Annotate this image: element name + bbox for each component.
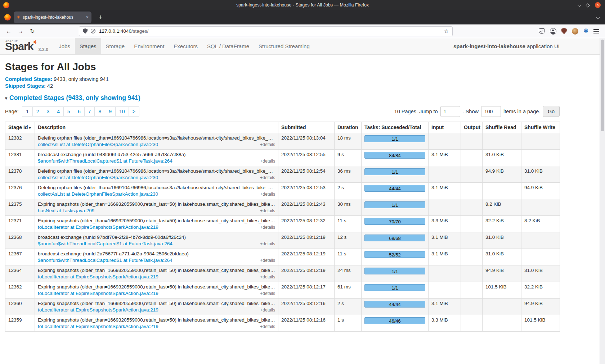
stage-callsite-link[interactable]: toLocalIterator at ExpireSnapshotsSparkA… [38,274,158,279]
page-number-button[interactable]: 8 [94,106,105,117]
spark-nav-item-label: Stages [80,43,97,49]
column-header[interactable]: Description [35,122,278,133]
details-toggle[interactable]: +details [260,291,275,296]
stage-description: broadcast exchange (runId 048fd06f-d753-… [38,152,275,157]
extension-asterisk-button[interactable]: ✱ [583,28,588,35]
stage-callsite-link[interactable]: toLocalIterator at ExpireSnapshotsSparkA… [38,307,158,313]
duration-cell: 30 ms [335,199,362,216]
column-header[interactable]: Duration [335,122,362,133]
back-button[interactable]: ← [4,26,14,36]
column-header[interactable]: Shuffle Read [483,122,521,133]
completed-stages-section-toggle[interactable]: ▾ Completed Stages (9433, only showing 9… [5,94,560,102]
stage-callsite-link[interactable]: $anonfun$withThreadLocalCaptured$1 at Fu… [38,258,172,263]
completed-stages-summary: Completed Stages:9433, only showing 941 [5,76,560,82]
stage-callsite-link[interactable]: toLocalIterator at ExpireSnapshotsSparkA… [38,291,158,296]
browser-tab[interactable]: ✶ spark-ingest-into-lakehous × [14,12,91,23]
site-permissions-icon[interactable] [91,29,95,33]
details-toggle[interactable]: +details [260,175,275,180]
list-all-tabs-button[interactable] [597,14,599,21]
page-number-button[interactable]: 5 [63,106,74,117]
details-toggle[interactable]: +details [260,274,275,279]
spark-nav-item[interactable]: Storage [101,38,130,54]
page-number-button[interactable]: 3 [43,106,54,117]
extension-avatar-button[interactable] [572,28,578,35]
column-header[interactable]: Shuffle Write [521,122,560,133]
skipped-stages-link[interactable]: Skipped Stages: [5,83,46,89]
details-toggle[interactable]: +details [260,159,275,164]
details-toggle[interactable]: +details [260,258,275,263]
column-header-label: Shuffle Write [524,124,555,130]
details-toggle[interactable]: +details [260,192,275,197]
completed-stages-link[interactable]: Completed Stages: [5,76,52,82]
description-cell: Expiring snapshots (older_than=166932055… [35,282,278,299]
column-header[interactable]: Submitted [278,122,335,133]
tab-close-button[interactable]: × [86,15,89,20]
firefox-view-button[interactable] [4,14,11,21]
stage-callsite-link[interactable]: toLocalIterator at ExpireSnapshotsSparkA… [38,224,158,230]
shuffle-write-cell: 31.0 KiB [521,166,560,183]
stage-callsite-link[interactable]: $anonfun$withThreadLocalCaptured$1 at Fu… [38,158,172,164]
account-button[interactable] [550,28,556,35]
details-toggle[interactable]: +details [260,241,275,246]
description-cell: broadcast exchange (runId 048fd06f-d753-… [35,150,278,166]
jump-to-page-input[interactable] [440,106,460,117]
spark-nav-item[interactable]: Environment [129,38,169,54]
go-button[interactable]: Go [543,106,560,117]
window-shade-button[interactable] [578,2,581,8]
spark-nav-item[interactable]: Jobs [54,38,75,54]
page-number-button[interactable]: 9 [105,106,116,117]
menu-button[interactable] [593,29,599,33]
items-per-page-input[interactable] [481,106,501,117]
stage-callsite-link[interactable]: collectAsList at DeleteOrphanFilesSparkA… [38,142,158,147]
spark-nav-item[interactable]: SQL / DataFrame [202,38,254,54]
column-header[interactable]: Tasks: Succeeded/Total [362,122,429,133]
submitted-cell: 2022/11/25 08:12:32 [278,216,335,232]
spark-logo[interactable]: APACHE Spark ★ [5,38,36,54]
spark-nav-item[interactable]: Structured Streaming [254,38,314,54]
bookmark-star-icon[interactable]: ☆ [444,28,449,35]
details-toggle[interactable]: +details [260,225,275,230]
stage-description: Expiring snapshots (older_than=166932055… [38,218,275,223]
column-header[interactable]: Output [461,122,483,133]
stage-id: 12378 [8,168,22,174]
spark-nav-item[interactable]: Stages [75,38,101,54]
page-scrollbar[interactable] [600,38,605,364]
stage-callsite-link[interactable]: collectAsList at DeleteOrphanFilesSparkA… [38,191,158,197]
url-bar[interactable]: 127.0.0.1:4040/stages/ ☆ [79,26,453,36]
reload-button[interactable]: ↻ [27,26,37,36]
adblock-extension-button[interactable] [561,28,567,34]
new-tab-button[interactable]: + [96,13,105,21]
stage-callsite-link[interactable]: $anonfun$withThreadLocalCaptured$1 at Fu… [38,241,172,246]
submitted-time: 2022/11/25 08:12:32 [281,218,326,223]
scrollbar-thumb[interactable] [601,40,604,131]
window-close-button[interactable]: × [595,2,601,8]
details-toggle[interactable]: +details [260,308,275,313]
page-number-button[interactable]: 1 [22,106,33,117]
input-value: 3.3 MiB [431,218,448,223]
forward-button[interactable]: → [15,26,26,36]
page-number-button[interactable]: 6 [74,106,85,117]
page-number-button[interactable]: 7 [84,106,95,117]
details-toggle[interactable]: +details [260,142,275,147]
table-row: 12360 Expiring snapshots (older_than=166… [5,299,560,315]
shuffle-read-value: 31.0 KiB [485,235,504,240]
column-header[interactable]: Input [429,122,461,133]
details-toggle[interactable]: +details [260,208,275,213]
stage-callsite-link[interactable]: hasNext at Tasks.java:209 [38,208,94,213]
stage-callsite-link[interactable]: collectAsList at DeleteOrphanFilesSparkA… [38,175,158,180]
table-row: 12371 Expiring snapshots (older_than=166… [5,216,560,232]
pocket-button[interactable] [539,28,545,34]
stage-description: Expiring snapshots (older_than=166932055… [38,284,275,290]
page-number-button[interactable]: 2 [32,106,43,117]
tracking-protection-shield-icon[interactable] [83,28,88,34]
details-toggle[interactable]: +details [260,324,275,329]
stage-callsite-link[interactable]: toLocalIterator at ExpireSnapshotsSparkA… [38,324,158,329]
description-cell: Expiring snapshots (older_than=166932055… [35,299,278,315]
page-number-button[interactable]: > [129,106,139,117]
column-header[interactable]: Stage Id▾ [5,122,35,133]
spark-nav-item[interactable]: Executors [169,38,202,54]
page-number-button[interactable]: 10 [115,106,129,117]
duration-value: 11 s [337,218,346,223]
window-maximize-button[interactable] [586,2,589,8]
page-number-button[interactable]: 4 [53,106,64,117]
